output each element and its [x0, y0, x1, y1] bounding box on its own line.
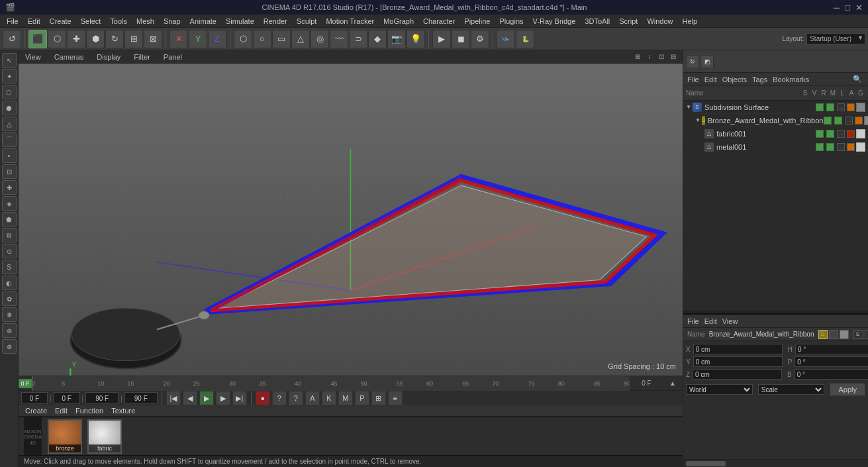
menu-item-animate[interactable]: Animate	[186, 16, 220, 26]
undo-button[interactable]: ↺	[3, 30, 21, 48]
viewport-3d[interactable]: Perspective	[19, 64, 683, 376]
x-axis[interactable]: ✕	[169, 30, 188, 48]
view-menu[interactable]: View	[23, 53, 44, 61]
keysel-button[interactable]: K	[322, 391, 336, 405]
panel-menu[interactable]: Panel	[161, 53, 185, 61]
om-item-medal-folder[interactable]: ▼ □ Bronze_Award_Medal_with_Ribbon …	[683, 114, 868, 127]
timeline-expand-btn[interactable]: ▲	[663, 380, 683, 387]
mat-edit-menu[interactable]: Edit	[51, 405, 72, 416]
left-btn-paint[interactable]: ⊗	[2, 323, 17, 338]
left-btn-mirror[interactable]: ⚙	[2, 228, 17, 242]
b-rot-input[interactable]	[795, 369, 868, 380]
record-pos-button[interactable]: ?	[272, 391, 287, 405]
material-bronze[interactable]: bronze	[48, 419, 82, 454]
object-btn[interactable]: ◆	[368, 30, 387, 48]
attr-edit-menu[interactable]: Edit	[704, 317, 717, 325]
camera-btn[interactable]: 📷	[387, 30, 406, 48]
left-btn-material[interactable]: ◐	[2, 276, 17, 290]
material-fabric[interactable]: fabric	[87, 419, 122, 454]
p-rot-input[interactable]	[795, 356, 868, 367]
left-btn-xpresso[interactable]: ✿	[2, 291, 17, 306]
om-vis-check3[interactable]	[816, 130, 824, 138]
menu-item-render[interactable]: Render	[260, 16, 291, 26]
menu-item-create[interactable]: Create	[46, 16, 75, 26]
menu-item-edit[interactable]: Edit	[24, 16, 44, 26]
menu-item-character[interactable]: Character	[419, 16, 459, 26]
rp-refresh-btn[interactable]: ↻	[686, 55, 699, 68]
menu-item-sculpt[interactable]: Sculpt	[293, 16, 321, 26]
python-btn[interactable]: 🐍	[516, 30, 534, 48]
menu-item-v-ray-bridge[interactable]: V-Ray Bridge	[529, 16, 580, 26]
mat-texture-menu[interactable]: Texture	[107, 405, 139, 416]
left-btn-soft[interactable]: ⬟	[2, 212, 17, 227]
viewport-btn1[interactable]: ⊞	[632, 52, 643, 62]
om-dots-btn[interactable]: …	[837, 103, 845, 111]
menu-item-snap[interactable]: Snap	[160, 16, 185, 26]
left-btn-move[interactable]: ✦	[2, 69, 17, 83]
extra-tool[interactable]: ⊠	[144, 30, 162, 48]
scrollbar-thumb[interactable]	[686, 461, 726, 466]
current-frame-input[interactable]	[21, 392, 48, 404]
play-forward-button[interactable]: ▶	[199, 391, 214, 405]
left-btn-snap[interactable]: ◈	[2, 196, 17, 211]
x-pos-input[interactable]	[693, 344, 783, 354]
left-btn-select[interactable]: ↖	[2, 53, 17, 68]
left-btn-deform[interactable]: S	[2, 260, 17, 274]
menu-item-3dtoall[interactable]: 3DToAll	[581, 16, 614, 26]
cameras-menu[interactable]: Cameras	[52, 53, 87, 61]
z-pos-input[interactable]	[693, 369, 782, 380]
om-objects-menu[interactable]: Objects	[722, 76, 747, 83]
viewport-btn2[interactable]: ↕	[644, 52, 655, 62]
left-btn-scale[interactable]: ⬡	[2, 85, 17, 99]
maximize-button[interactable]: □	[845, 3, 850, 13]
left-btn-bones[interactable]: ❋	[2, 307, 17, 322]
menu-item-select[interactable]: Select	[77, 16, 105, 26]
om-vis-check2[interactable]	[824, 117, 832, 125]
menu-item-plugins[interactable]: Plugins	[495, 16, 527, 26]
om-search-btn[interactable]: 🔍	[851, 74, 864, 85]
attr-btn1[interactable]: S	[853, 330, 863, 339]
left-btn-rotate[interactable]: ⬢	[2, 101, 17, 115]
filter-menu[interactable]: Filter	[131, 53, 152, 61]
rotate-tool[interactable]: ↻	[105, 30, 124, 48]
timeline-track[interactable]: 0 5 10 15 20 25 30 35 40 45 50 55 60 65	[32, 376, 630, 391]
om-item-fabric001[interactable]: △ fabric001 …	[683, 127, 868, 140]
y-axis[interactable]: Y	[189, 30, 207, 48]
om-item-metal001[interactable]: △ metal001 …	[683, 140, 868, 154]
menu-item-mograph[interactable]: MoGraph	[379, 16, 418, 26]
viewport-btn3[interactable]: ⊡	[656, 52, 667, 62]
mat-create-menu[interactable]: Create	[21, 405, 51, 416]
left-btn-edge[interactable]: ⌒	[2, 132, 17, 147]
record-button[interactable]: ●	[256, 391, 270, 405]
record-rot-button[interactable]: ?	[289, 391, 303, 405]
menu-item-tools[interactable]: Tools	[106, 16, 131, 26]
left-btn-point[interactable]: •	[2, 148, 17, 163]
end-frame-input[interactable]	[85, 392, 119, 404]
menu-item-help[interactable]: Help	[679, 16, 702, 26]
param-button[interactable]: P	[355, 391, 369, 405]
menu-item-window[interactable]: Window	[643, 16, 677, 26]
menu-item-pipeline[interactable]: Pipeline	[460, 16, 494, 26]
menu-item-script[interactable]: Script	[615, 16, 642, 26]
move-tool[interactable]: ✚	[67, 30, 85, 48]
transform-tool[interactable]: ⊞	[124, 30, 143, 48]
om-tags-menu[interactable]: Tags	[752, 76, 767, 83]
rp-toggle-btn[interactable]: ◩	[700, 55, 714, 68]
om-dots-btn4[interactable]: …	[837, 143, 845, 151]
attr-view-menu[interactable]: View	[722, 317, 738, 325]
next-frame-button[interactable]: ▶	[216, 391, 230, 405]
autokey-button[interactable]: A	[305, 391, 320, 405]
menu-item-motion-tracker[interactable]: Motion Tracker	[322, 16, 378, 26]
close-button[interactable]: ✕	[855, 3, 863, 13]
om-item-subdivision-surface[interactable]: ▼ S Subdivision Surface …	[683, 101, 868, 114]
om-edit-menu[interactable]: Edit	[704, 76, 717, 83]
menu-item-simulate[interactable]: Simulate	[222, 16, 258, 26]
display-menu[interactable]: Display	[94, 53, 123, 61]
attr-file-menu[interactable]: File	[687, 317, 699, 325]
light-btn[interactable]: 💡	[407, 30, 425, 48]
render-settings[interactable]: ⚙	[471, 30, 489, 48]
start-frame-input[interactable]	[54, 392, 80, 404]
scale-dropdown[interactable]: Scale	[758, 384, 825, 395]
scale-tool[interactable]: ⬢	[86, 30, 105, 48]
render-all[interactable]: ◼	[452, 30, 470, 48]
